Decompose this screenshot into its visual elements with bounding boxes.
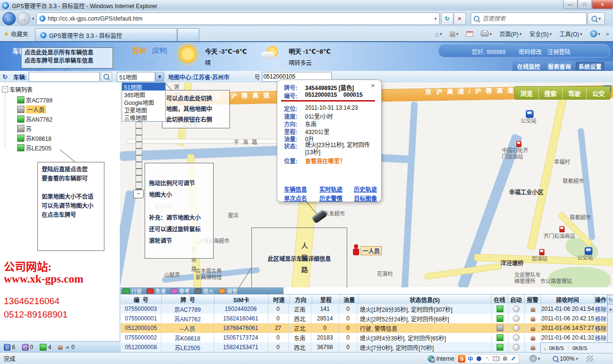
back-button[interactable]: ← — [2, 12, 16, 25]
remove-link[interactable]: 移除 — [594, 323, 607, 333]
protected-mode-control[interactable]: ▾ — [530, 355, 540, 362]
table-row[interactable]: 0512000008 苏LE2505 15824153471 0 西北 3679… — [121, 342, 607, 352]
maximize-button[interactable]: □ — [578, 0, 592, 9]
zoom-control[interactable]: 100% ▾ — [553, 355, 578, 362]
tree-vehicle-item[interactable]: 苏AN7762 — [17, 115, 52, 123]
col-header[interactable]: 接收时间 — [541, 295, 595, 305]
map-type-option[interactable]: Google地图 — [122, 98, 165, 106]
tools-menu[interactable]: 工具(O)▾ — [557, 30, 584, 38]
url-field[interactable]: e http://cc.xk-gps.com/GPS/default.htm ▾ — [36, 12, 440, 25]
refresh-button[interactable]: ↻ — [441, 12, 454, 25]
tree-vehicle-item[interactable]: 京AC7789 — [17, 96, 52, 104]
col-header[interactable]: 在线 — [491, 295, 508, 305]
ime-settings-wrench-icon[interactable] — [510, 355, 517, 363]
col-header[interactable]: 里程 — [312, 295, 340, 305]
tree-vehicle-item[interactable]: 苏K08618 — [17, 134, 51, 142]
col-header[interactable]: 编 号 — [121, 295, 162, 305]
remove-link[interactable]: 移除 — [594, 304, 607, 314]
col-header[interactable]: SIM卡 — [215, 295, 269, 305]
popup-link-vehicle-info[interactable]: 车辆信息 — [284, 185, 307, 193]
ime-keyboard-icon[interactable] — [492, 355, 500, 363]
city-custom-link[interactable]: [定制] — [152, 46, 167, 54]
mail-button[interactable] — [464, 31, 475, 37]
map-type-option[interactable]: 365地图 — [122, 91, 165, 98]
map-mode-search[interactable]: 搜索 — [539, 87, 563, 99]
ime-user-icon[interactable] — [501, 355, 509, 363]
help-button[interactable]: ?▾ — [588, 30, 602, 37]
vehicle-search-input[interactable] — [29, 72, 100, 82]
table-row[interactable]: 0755000002 苏K08618 15057173724 0 东南 2018… — [121, 333, 607, 342]
home-button[interactable]: ⌂▾ — [433, 30, 444, 38]
popup-link-history-track[interactable]: 历史轨迹 — [354, 185, 377, 193]
nav-online-monitor[interactable]: 在线监控 — [514, 62, 543, 71]
table-row-selected[interactable]: 0512000105 --人员 18768476061 27 正北 0 0 行驶… — [121, 323, 607, 333]
refresh-tree-icon[interactable]: ↻ — [2, 73, 8, 80]
new-tab-stub[interactable] — [177, 28, 199, 41]
feeds-button[interactable]: ▾ — [448, 31, 461, 37]
tree-vehicle-item[interactable]: 苏 — [17, 125, 32, 133]
person-marker-label[interactable]: 一人员 — [361, 246, 382, 255]
popup-link-single-poll[interactable]: 单次点名 — [284, 194, 307, 202]
change-password-link[interactable]: 密码修改 — [519, 47, 542, 56]
safety-menu[interactable]: 安全(S)▾ — [527, 30, 554, 38]
remove-link[interactable]: 移除 — [594, 333, 607, 342]
stop-button[interactable]: × — [454, 12, 466, 25]
vehicle-search-button[interactable] — [101, 72, 112, 82]
forward-button[interactable]: → — [17, 12, 30, 25]
search-go-button[interactable]: ▾ — [588, 12, 605, 25]
map-type-option[interactable]: 卫星地图 — [122, 106, 165, 114]
close-button[interactable]: × — [592, 0, 613, 9]
col-header[interactable]: 油量 — [340, 295, 359, 305]
resize-grip[interactable] — [587, 355, 593, 362]
ime-moon-icon[interactable] — [475, 355, 483, 363]
tree-root[interactable]: − 车辆列表 — [2, 85, 33, 93]
search-options-icon[interactable]: ▾ — [599, 16, 601, 21]
map-type-option[interactable]: 三维地图 — [122, 114, 165, 121]
remove-link[interactable]: 移除 — [594, 314, 607, 323]
tree-vehicle-item[interactable]: 苏LE2505 — [17, 144, 51, 152]
col-header[interactable]: 时速 — [269, 295, 289, 305]
map-type-select[interactable]: 51地图 — [117, 72, 155, 82]
tree-collapse-icon[interactable]: − — [2, 86, 8, 92]
person-marker-icon[interactable] — [353, 249, 359, 255]
col-header[interactable]: 牌 号 — [162, 295, 215, 305]
city-label[interactable]: 苏州 — [132, 45, 147, 55]
map-mode-bus[interactable]: 公交 — [587, 87, 610, 99]
nav-report-query[interactable]: 报表查询 — [545, 62, 574, 71]
col-header[interactable]: 操作 — [594, 295, 607, 305]
col-header[interactable]: 启动 — [508, 295, 525, 305]
favorites-label[interactable]: 收藏夹 — [11, 30, 28, 38]
popup-link-history-alarm[interactable]: 历史警情 — [319, 194, 342, 202]
favorites-star-icon[interactable]: ★ — [4, 31, 9, 37]
table-refresh-icon[interactable]: ↻ — [607, 295, 613, 305]
col-header[interactable]: 方向 — [290, 295, 312, 305]
forecast-link[interactable]: 七天预报 — [132, 57, 155, 66]
company-website[interactable]: www.xk-gps.com — [4, 273, 83, 285]
zoom-slider[interactable] — [136, 121, 142, 190]
print-button[interactable]: ▾ — [479, 31, 494, 36]
table-row[interactable]: 0755000003 京AC7789 1502449208 0 正南 141 0… — [121, 304, 607, 314]
ime-chinese-icon[interactable]: 中 — [466, 355, 474, 363]
overflow-chevron-icon[interactable]: » — [606, 31, 609, 37]
popup-link-target-image[interactable]: 目标图像 — [354, 194, 377, 202]
page-menu[interactable]: 页面(P)▾ — [498, 30, 524, 38]
map-mode-drive[interactable]: 驾驶 — [563, 87, 587, 99]
ime-punct-icon[interactable]: °, — [484, 355, 491, 363]
sogou-icon[interactable]: S — [458, 355, 465, 363]
zoom-minus-button[interactable]: − — [133, 190, 144, 198]
history-dropdown-icon[interactable]: ▾ — [32, 16, 34, 21]
map-type-caret-icon[interactable]: ▾ — [155, 72, 164, 82]
table-row[interactable]: 0755000001 苏AN7762 15824160461 0 西北 2851… — [121, 314, 607, 323]
url-dropdown-icon[interactable]: ▾ — [434, 16, 437, 21]
col-header[interactable]: 报警 — [524, 295, 541, 305]
map-mode-browse[interactable]: 浏览 — [515, 87, 539, 99]
map-type-option[interactable]: 51地图 — [122, 83, 165, 91]
page-tab[interactable]: e GPS管理平台 3.3 - 目标监控 — [35, 28, 177, 41]
scrollbar-track[interactable] — [607, 313, 613, 342]
tree-vehicle-item[interactable]: 一人员 — [17, 105, 46, 114]
popup-close-icon[interactable]: × — [371, 82, 375, 89]
popup-link-realtime-track[interactable]: 实时轨迹 — [319, 185, 342, 193]
col-header[interactable]: 状态信息(5) — [359, 295, 491, 305]
scroll-up-icon[interactable]: ▲ — [607, 304, 613, 314]
search-input[interactable] — [482, 15, 584, 23]
